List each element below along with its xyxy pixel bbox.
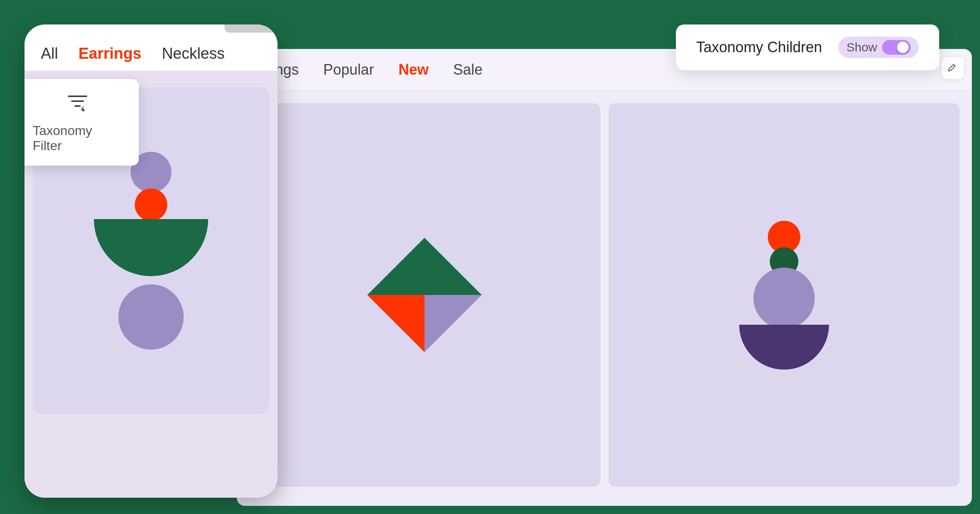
- desktop-nav-sale[interactable]: Sale: [453, 61, 482, 78]
- phone-nav-earrings[interactable]: Earrings: [78, 45, 141, 62]
- phone-nav-neckless[interactable]: Neckless: [162, 45, 224, 62]
- phone-mockup: All Earrings Neckless Taxonomy Filter: [24, 24, 278, 498]
- diamond-illustration: [355, 226, 494, 364]
- phone-nav-all[interactable]: All: [41, 45, 58, 62]
- show-toggle-label: Show: [847, 40, 877, 54]
- taxonomy-children-card: Taxonomy Children Show: [676, 24, 939, 70]
- svg-marker-3: [367, 238, 482, 295]
- svg-point-0: [83, 110, 84, 111]
- earring-circle-purple-large: [118, 284, 184, 350]
- earring3-semicircle-purple: [739, 325, 829, 370]
- phone-content: Taxonomy Filter: [24, 71, 278, 498]
- svg-marker-4: [367, 295, 424, 352]
- earring3-circle-purple: [753, 268, 815, 329]
- earring-circle-orange: [135, 188, 167, 221]
- taxonomy-children-label: Taxonomy Children: [696, 39, 822, 56]
- desktop-products: [237, 91, 972, 499]
- show-toggle-container[interactable]: Show: [838, 37, 919, 58]
- diamond-svg: [355, 226, 494, 364]
- desktop-nav-new[interactable]: New: [398, 61, 429, 78]
- earring-illustration-1: [94, 152, 208, 350]
- toggle-thumb: [897, 42, 909, 53]
- earring-semicircle-dark: [94, 219, 208, 276]
- phone-nav: All Earrings Neckless: [24, 33, 278, 71]
- taxonomy-children-toggle[interactable]: [882, 40, 911, 55]
- product-card-3: [609, 103, 960, 487]
- product-card-2: [249, 103, 600, 487]
- taxonomy-filter-tooltip: Taxonomy Filter: [24, 79, 139, 166]
- taxonomy-filter-label: Taxonomy Filter: [33, 123, 122, 153]
- desktop-nav-popular[interactable]: Popular: [323, 61, 374, 78]
- edit-button[interactable]: [942, 57, 964, 79]
- earring-illustration-3: [739, 221, 829, 370]
- phone-notch: [224, 24, 278, 33]
- svg-marker-5: [424, 295, 482, 352]
- desktop-panel: Rings Popular New Sale: [237, 49, 972, 506]
- filter-edit-icon: [65, 91, 90, 116]
